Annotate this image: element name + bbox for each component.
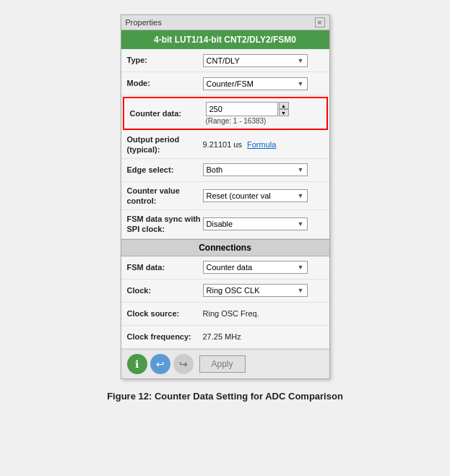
spinner-row: ▲ ▼ (206, 102, 289, 116)
fsm-data-sync-value-container: Disable ▼ (203, 217, 324, 230)
mode-label: Mode: (127, 78, 203, 88)
panel-titlebar: Properties × (121, 15, 329, 30)
apply-button[interactable]: Apply (199, 355, 246, 373)
fsm-data-sync-dropdown[interactable]: Disable ▼ (203, 217, 308, 230)
counter-data-value-container: ▲ ▼ (Range: 1 - 16383) (206, 102, 321, 125)
mode-value-container: Counter/FSM ▼ (203, 77, 324, 90)
counter-data-row: Counter data: ▲ ▼ (Range: 1 - 16383) (123, 97, 328, 130)
counter-value-control-label: Counter value control: (127, 186, 203, 207)
clock-row: Clock: Ring OSC CLK ▼ (121, 280, 329, 303)
edge-select-value-container: Both ▼ (203, 163, 324, 176)
fsm-data-sync-dropdown-value: Disable (207, 220, 233, 228)
counter-value-control-dropdown-arrow: ▼ (298, 192, 304, 199)
clock-frequency-value-container: 27.25 MHz (203, 332, 324, 341)
edge-select-dropdown-value: Both (207, 165, 223, 174)
mode-row: Mode: Counter/FSM ▼ (121, 72, 329, 95)
info-button[interactable]: ℹ (127, 354, 147, 374)
redo-button[interactable]: ↪ (173, 354, 194, 374)
output-period-value: 9.21101 us (203, 140, 242, 149)
page-container: Properties × 4-bit LUT1/14-bit CNT2/DLY2… (14, 14, 436, 402)
info-icon: ℹ (135, 358, 139, 370)
mode-dropdown-arrow: ▼ (298, 80, 304, 87)
fsm-data-label: FSM data: (127, 262, 203, 272)
clock-frequency-label: Clock frequency: (127, 332, 203, 342)
fsm-data-dropdown-arrow: ▼ (298, 264, 304, 271)
clock-source-row: Clock source: Ring OSC Freq. (121, 303, 329, 326)
clock-dropdown-arrow: ▼ (298, 287, 304, 294)
undo-button[interactable]: ↩ (150, 354, 170, 374)
fsm-data-sync-row: FSM data sync with SPI clock: Disable ▼ (121, 210, 329, 239)
type-value-container: CNT/DLY ▼ (203, 54, 324, 67)
type-dropdown-value: CNT/DLY (207, 56, 240, 65)
edge-select-dropdown-arrow: ▼ (298, 166, 304, 173)
type-row: Type: CNT/DLY ▼ (121, 49, 329, 72)
output-period-row: Output period (typical): 9.21101 us Form… (121, 131, 329, 159)
close-button[interactable]: × (315, 17, 325, 27)
bottom-toolbar: ℹ ↩ ↪ Apply (121, 349, 329, 378)
fsm-data-sync-dropdown-arrow: ▼ (298, 220, 304, 228)
counter-value-control-row: Counter value control: Reset (counter va… (121, 182, 329, 211)
mode-dropdown-value: Counter/FSM (207, 79, 254, 88)
counter-data-spinner: ▲ ▼ (Range: 1 - 16383) (206, 102, 289, 125)
counter-value-control-dropdown[interactable]: Reset (counter val ▼ (203, 189, 308, 202)
clock-source-value: Ring OSC Freq. (203, 309, 259, 318)
counter-value-control-dropdown-value: Reset (counter val (207, 191, 271, 200)
spinner-buttons: ▲ ▼ (279, 102, 289, 116)
close-icon: × (317, 18, 321, 27)
fsm-data-sync-label: FSM data sync with SPI clock: (127, 214, 203, 235)
output-period-label: Output period (typical): (127, 134, 203, 155)
fsm-data-row: FSM data: Counter data ▼ (121, 256, 329, 280)
clock-frequency-row: Clock frequency: 27.25 MHz (121, 326, 329, 349)
panel-header-text: 4-bit LUT1/14-bit CNT2/DLY2/FSM0 (154, 35, 296, 45)
spinner-up-button[interactable]: ▲ (279, 102, 289, 109)
edge-select-row: Edge select: Both ▼ (121, 159, 329, 182)
clock-frequency-value: 27.25 MHz (203, 332, 241, 341)
counter-data-label: Counter data: (130, 108, 206, 118)
output-period-value-container: 9.21101 us Formula (203, 140, 324, 149)
connections-section-label: Connections (199, 243, 251, 253)
fsm-data-dropdown[interactable]: Counter data ▼ (203, 261, 308, 274)
counter-data-range: (Range: 1 - 16383) (206, 117, 267, 125)
undo-icon: ↩ (156, 358, 165, 370)
panel-title: Properties (126, 18, 162, 27)
clock-dropdown[interactable]: Ring OSC CLK ▼ (203, 284, 308, 297)
panel-header: 4-bit LUT1/14-bit CNT2/DLY2/FSM0 (121, 30, 329, 49)
clock-source-label: Clock source: (127, 308, 203, 319)
type-dropdown[interactable]: CNT/DLY ▼ (203, 54, 308, 67)
clock-source-value-container: Ring OSC Freq. (203, 309, 324, 318)
edge-select-dropdown[interactable]: Both ▼ (203, 163, 308, 176)
edge-select-label: Edge select: (127, 165, 203, 175)
clock-label: Clock: (127, 285, 203, 295)
fsm-data-dropdown-value: Counter data (207, 263, 253, 272)
counter-value-control-value-container: Reset (counter val ▼ (203, 189, 324, 202)
properties-panel: Properties × 4-bit LUT1/14-bit CNT2/DLY2… (121, 14, 330, 379)
spinner-down-button[interactable]: ▼ (279, 109, 289, 116)
connections-section-header: Connections (121, 239, 329, 256)
clock-value-container: Ring OSC CLK ▼ (203, 284, 324, 297)
mode-dropdown[interactable]: Counter/FSM ▼ (203, 77, 308, 90)
type-dropdown-arrow: ▼ (298, 57, 304, 64)
clock-dropdown-value: Ring OSC CLK (207, 286, 260, 295)
formula-link[interactable]: Formula (247, 140, 276, 149)
figure-caption: Figure 12: Counter Data Setting for ADC … (107, 391, 343, 402)
counter-data-input[interactable] (206, 102, 278, 116)
fsm-data-value-container: Counter data ▼ (203, 261, 324, 274)
redo-icon: ↪ (179, 358, 188, 370)
type-label: Type: (127, 55, 203, 65)
